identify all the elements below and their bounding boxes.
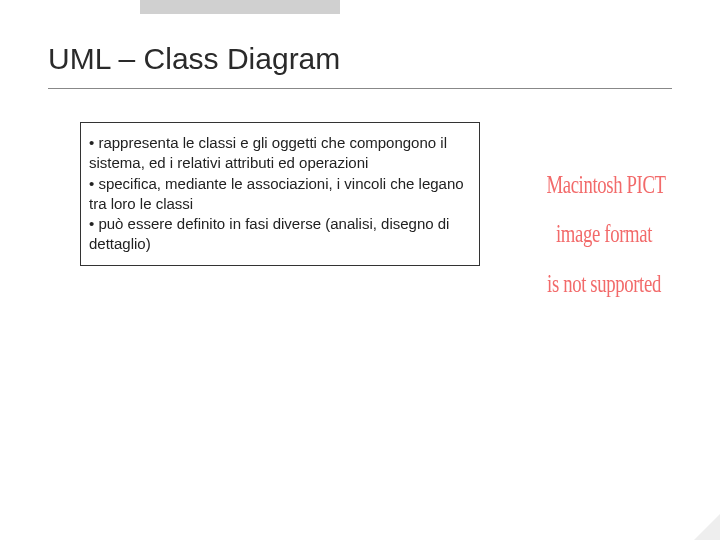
slide-title: UML – Class Diagram [48, 42, 340, 76]
pict-line: Macintosh PICT [546, 160, 661, 209]
page-corner-fold-icon [694, 514, 720, 540]
top-accent-bar [140, 0, 340, 14]
bullet-item: • può essere definito in fasi diverse (a… [89, 214, 471, 255]
title-underline [48, 88, 672, 89]
content-box: • rappresenta le classi e gli oggetti ch… [80, 122, 480, 266]
pict-line: is not supported [546, 259, 661, 308]
pict-placeholder: Macintosh PICT image format is not suppo… [524, 160, 684, 308]
pict-line: image format [546, 209, 661, 258]
bullet-item: • specifica, mediante le associazioni, i… [89, 174, 471, 215]
bullet-item: • rappresenta le classi e gli oggetti ch… [89, 133, 471, 174]
